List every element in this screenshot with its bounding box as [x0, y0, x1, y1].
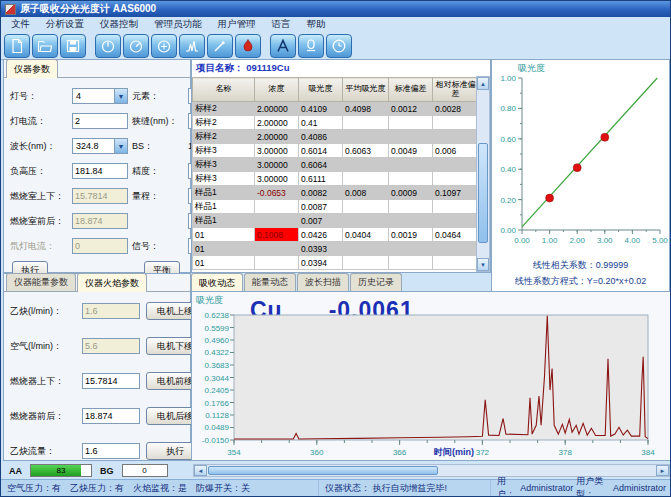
- table-cell: 0.0009: [389, 186, 433, 200]
- table-cell: 0.008: [343, 186, 389, 200]
- status-instrument: 仪器状态： 执行自动增益完毕!: [319, 480, 491, 496]
- calibration-panel: 吸光度 0.000.200.400.600.801.000.001.002.00…: [491, 59, 670, 293]
- column-header[interactable]: 平均吸光度: [343, 78, 389, 102]
- table-cell: [343, 116, 389, 130]
- menu-item[interactable]: 语言: [272, 18, 291, 31]
- neg-hv-label: 负高压：: [10, 165, 68, 178]
- lamp-no-label: 灯号：: [10, 90, 68, 103]
- slit-label: 狭缝(nm)：: [132, 115, 184, 128]
- column-header[interactable]: 名称: [193, 78, 255, 102]
- table-row[interactable]: 标样22.000000.4086: [193, 130, 479, 144]
- lamp-current-input[interactable]: [72, 113, 128, 129]
- flame-field-label: 乙炔流量：: [10, 445, 76, 458]
- column-header[interactable]: 吸光度: [299, 78, 343, 102]
- menu-item[interactable]: 用户管理: [218, 18, 256, 31]
- tab-flame-1[interactable]: 仪器火焰参数: [77, 273, 147, 292]
- svg-text:5.00: 5.00: [652, 236, 668, 245]
- lamp-no-select[interactable]: 4▼: [72, 88, 128, 104]
- svg-text:-0.0150: -0.0150: [202, 436, 230, 445]
- element-label: 元素：: [132, 90, 184, 103]
- menu-item[interactable]: 仪器控制: [100, 18, 138, 31]
- flame-button[interactable]: [235, 34, 261, 58]
- gauge-lamp-button[interactable]: [95, 34, 121, 58]
- flame-field-input[interactable]: [82, 443, 140, 459]
- table-cell: 0.006: [433, 144, 479, 158]
- column-header[interactable]: 相对标准偏差: [433, 78, 479, 102]
- signal-label: 信号：: [132, 240, 184, 253]
- table-row[interactable]: 样品10.0087: [193, 200, 479, 214]
- svg-text:0.00: 0.00: [514, 236, 530, 245]
- menu-item[interactable]: 帮助: [307, 18, 326, 31]
- burner-ud-label: 燃烧室上下：: [10, 190, 68, 203]
- flame-field-label: 燃烧器上下：: [10, 375, 76, 388]
- scroll-right-icon[interactable]: ►: [656, 465, 669, 476]
- table-cell: 0.0028: [433, 102, 479, 116]
- table-row[interactable]: 标样33.000000.6064: [193, 158, 479, 172]
- lamp-button[interactable]: [298, 34, 324, 58]
- table-cell: [433, 214, 479, 228]
- tab-dynamics-2[interactable]: 波长扫描: [297, 273, 349, 291]
- table-cell: [255, 200, 299, 214]
- table-cell: [343, 256, 389, 270]
- gauge-energy-button[interactable]: [123, 34, 149, 58]
- table-row[interactable]: 标样22.000000.41: [193, 116, 479, 130]
- open-folder-button[interactable]: [32, 34, 58, 58]
- bg-value: 0: [122, 464, 168, 477]
- table-row[interactable]: 标样33.000000.6111: [193, 172, 479, 186]
- wavelength-select[interactable]: 324.8▼: [72, 138, 128, 154]
- scroll-left-icon[interactable]: ◄: [194, 465, 207, 476]
- table-row[interactable]: 010.10080.04260.04040.00190.0464: [193, 228, 479, 242]
- save-button[interactable]: [60, 34, 86, 58]
- neg-hv-input[interactable]: [72, 163, 128, 179]
- table-row[interactable]: 标样22.000000.41090.40980.00120.0028: [193, 102, 479, 116]
- table-cell: [389, 242, 433, 256]
- svg-text:354: 354: [227, 448, 241, 457]
- tab-dynamics-3[interactable]: 历史记录: [350, 273, 402, 291]
- scroll-up-icon[interactable]: ▲: [477, 77, 489, 90]
- flame-field-input[interactable]: [82, 408, 140, 424]
- peaks-button[interactable]: [179, 34, 205, 58]
- menu-item[interactable]: 分析设置: [46, 18, 84, 31]
- new-file-icon: [9, 38, 25, 54]
- autosampler-button[interactable]: [270, 34, 296, 58]
- burner-fb-label: 燃烧室前后：: [10, 215, 68, 228]
- table-row[interactable]: 样品10.007: [193, 214, 479, 228]
- table-row[interactable]: 010.0393: [193, 242, 479, 256]
- timer-button[interactable]: [326, 34, 352, 58]
- table-cell: [343, 172, 389, 186]
- menu-item[interactable]: 文件: [11, 18, 30, 31]
- table-row[interactable]: 010.0394: [193, 256, 479, 270]
- table-row[interactable]: 标样33.000000.60140.60630.00490.006: [193, 144, 479, 158]
- hscrollbar-thumb[interactable]: [208, 466, 438, 475]
- scrollbar-thumb[interactable]: [478, 143, 488, 243]
- column-header[interactable]: 标准偏差: [389, 78, 433, 102]
- svg-text:0.20: 0.20: [500, 196, 516, 205]
- flame-field-input: [82, 303, 140, 319]
- scroll-down-icon[interactable]: ▼: [477, 258, 489, 271]
- table-cell: [433, 256, 479, 270]
- menu-item[interactable]: 管理员功能: [154, 18, 202, 31]
- table-scrollbar[interactable]: ▲ ▼: [476, 76, 490, 272]
- table-cell: 0.0049: [389, 144, 433, 158]
- tab-dynamics-1[interactable]: 能量动态: [244, 273, 296, 291]
- toolbar: [1, 32, 670, 60]
- burner-fb-input: [72, 213, 128, 229]
- wash-button[interactable]: [207, 34, 233, 58]
- table-cell: 01: [193, 228, 255, 242]
- tab-flame-0[interactable]: 仪器能量参数: [6, 273, 76, 291]
- table-cell: [433, 116, 479, 130]
- tab-dynamics-0[interactable]: 吸收动态: [191, 273, 243, 292]
- corr-value: 0.99999: [596, 260, 629, 270]
- table-cell: 0.4086: [299, 130, 343, 144]
- table-cell: 0.1008: [255, 228, 299, 242]
- table-row[interactable]: 样品1-0.06530.00820.0080.00090.1097: [193, 186, 479, 200]
- tab-instrument-params[interactable]: 仪器参数: [6, 59, 58, 78]
- user-type-label: 用户类型：: [576, 475, 610, 497]
- flame-field-input[interactable]: [82, 373, 140, 389]
- gauge-100-button[interactable]: [151, 34, 177, 58]
- table-cell: [389, 214, 433, 228]
- svg-text:2.00: 2.00: [569, 236, 585, 245]
- column-header[interactable]: 浓度: [255, 78, 299, 102]
- new-file-button[interactable]: [4, 34, 30, 58]
- results-table: 名称浓度吸光度平均吸光度标准偏差相对标准偏差 标样22.000000.41090…: [192, 77, 479, 270]
